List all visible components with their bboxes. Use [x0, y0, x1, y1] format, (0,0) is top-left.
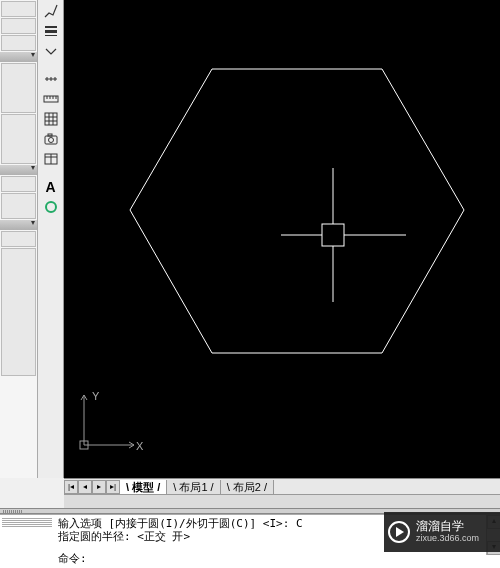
hexagon-shape [130, 69, 464, 353]
tab-model[interactable]: 模型 [120, 480, 167, 494]
panel-collapse[interactable] [0, 220, 37, 230]
svg-rect-4 [45, 113, 57, 125]
camera-icon[interactable] [41, 130, 61, 148]
command-input[interactable] [87, 552, 387, 565]
text-icon[interactable]: A [41, 178, 61, 196]
tab-prev-button[interactable]: ◂ [78, 480, 92, 494]
svg-rect-0 [45, 26, 57, 28]
tab-next-button[interactable]: ▸ [92, 480, 106, 494]
panel-row [1, 248, 36, 376]
ring-icon[interactable] [41, 198, 61, 216]
lineweight-icon[interactable] [41, 22, 61, 40]
brush-icon[interactable] [41, 2, 61, 20]
tab-layout2[interactable]: 布局2 [221, 480, 274, 494]
svg-rect-11 [322, 224, 344, 246]
panel-row [1, 18, 36, 34]
play-icon [388, 521, 410, 543]
command-history: 输入选项 [内接于圆(I)/外切于圆(C)] <I>: C 指定圆的半径: <正… [58, 517, 303, 543]
panel-collapse[interactable] [0, 52, 37, 62]
ucs-y-label: Y [92, 390, 100, 402]
ucs-x-label: X [136, 440, 144, 452]
model-viewport[interactable]: Y X [64, 0, 500, 478]
ruler-icon[interactable] [41, 90, 61, 108]
ucs-axes-icon [80, 395, 134, 449]
watermark-url: zixue.3d66.com [416, 534, 479, 544]
layout-tabs: |◂ ◂ ▸ ▸| 模型 布局1 布局2 [64, 478, 500, 494]
svg-point-6 [48, 138, 53, 143]
svg-rect-7 [48, 134, 52, 136]
measure-icon[interactable] [41, 70, 61, 88]
command-history-line: 输入选项 [内接于圆(I)/外切于圆(C)] <I>: C [58, 517, 303, 530]
panel-row [1, 231, 36, 247]
table-icon[interactable] [41, 150, 61, 168]
horizontal-scrollbar[interactable] [64, 494, 500, 508]
draw-toolbar: A [38, 0, 64, 478]
properties-panel [0, 0, 38, 478]
watermark-title: 溜溜自学 [416, 520, 479, 533]
dropdown-icon[interactable] [41, 42, 61, 60]
command-history-line: 指定圆的半径: <正交 开> [58, 530, 303, 543]
command-grip[interactable] [2, 517, 52, 527]
tab-first-button[interactable]: |◂ [64, 480, 78, 494]
panel-collapse[interactable] [0, 165, 37, 175]
watermark-badge: 溜溜自学 zixue.3d66.com [384, 512, 500, 552]
panel-row [1, 193, 36, 219]
svg-rect-2 [45, 35, 57, 36]
panel-row [1, 176, 36, 192]
crosshair-cursor [281, 168, 406, 302]
panel-row [1, 1, 36, 17]
panel-row [1, 114, 36, 164]
svg-point-9 [46, 202, 56, 212]
svg-rect-1 [45, 30, 57, 33]
grid-icon[interactable] [41, 110, 61, 128]
command-prompt: 命令: [58, 551, 87, 566]
tab-last-button[interactable]: ▸| [106, 480, 120, 494]
tab-layout1[interactable]: 布局1 [167, 480, 220, 494]
panel-row [1, 35, 36, 51]
panel-row [1, 63, 36, 113]
